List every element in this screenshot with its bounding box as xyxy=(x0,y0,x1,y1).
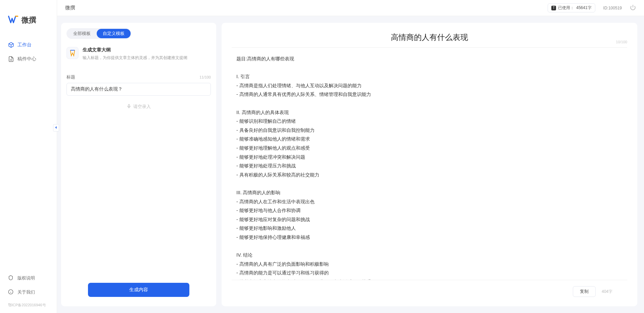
template-tabs: 全部模板 自定义模板 xyxy=(66,28,131,39)
result-header: 高情商的人有什么表现 10/100 xyxy=(232,23,627,48)
sidebar-footer: 版权说明 关于我们 xyxy=(0,272,57,300)
tab-all-templates[interactable]: 全部模板 xyxy=(67,29,97,38)
voice-input-button[interactable]: 请空录入 xyxy=(66,104,211,110)
topbar: 微撰 T 已使用：45641字 ID:100519 xyxy=(57,0,644,16)
sidebar-collapse-button[interactable] xyxy=(53,124,59,132)
icp-text: 鄂ICP备2022016946号 xyxy=(0,300,57,308)
doc-icon xyxy=(8,56,14,62)
nav-item-about[interactable]: 关于我们 xyxy=(4,286,53,299)
shield-icon xyxy=(8,275,14,281)
title-label: 标题 xyxy=(66,74,75,80)
template-card: 生成文章大纲 输入标题，为你提供文章主体的灵感，并为其创建推文提纲 xyxy=(61,43,216,66)
logo-text: 微撰 xyxy=(21,15,36,25)
template-title: 生成文章大纲 xyxy=(83,47,187,53)
nav-item-workspace[interactable]: 工作台 xyxy=(4,39,53,51)
cube-icon xyxy=(8,42,14,48)
result-footer: 复制 404字 xyxy=(232,280,627,306)
output-panel: 高情商的人有什么表现 10/100 题目:高情商的人有哪些表现 I. 引言 - … xyxy=(222,23,637,306)
mic-icon xyxy=(127,104,131,110)
nav-item-label: 工作台 xyxy=(17,42,32,48)
title-char-count: 11/100 xyxy=(199,75,211,79)
nav-item-label: 关于我们 xyxy=(17,289,35,295)
title-input[interactable] xyxy=(66,83,211,96)
nav-item-label: 版权说明 xyxy=(17,275,35,281)
generate-button[interactable]: 生成内容 xyxy=(88,283,189,297)
usage-value: 45641字 xyxy=(576,5,591,11)
usage-label: 已使用： xyxy=(558,5,574,11)
logo: 微撰 xyxy=(0,15,57,39)
nav-list: 工作台 稿件中心 xyxy=(0,39,57,272)
tab-custom-templates[interactable]: 自定义模板 xyxy=(97,29,131,38)
svg-rect-1 xyxy=(128,104,130,107)
power-icon[interactable] xyxy=(630,4,636,11)
nav-item-drafts[interactable]: 稿件中心 xyxy=(4,53,53,65)
user-id: ID:100519 xyxy=(603,6,622,10)
usage-badge[interactable]: T 已使用：45641字 xyxy=(548,3,595,12)
template-icon xyxy=(66,47,79,59)
copy-button[interactable]: 复制 xyxy=(573,286,596,297)
nav-item-copyright[interactable]: 版权说明 xyxy=(4,272,53,284)
result-title: 高情商的人有什么表现 xyxy=(245,32,614,43)
logo-icon xyxy=(8,15,19,25)
input-panel: 全部模板 自定义模板 生成文章大纲 输入标题，为你提供文章主体的灵感，并为其创建… xyxy=(61,23,216,306)
content: 全部模板 自定义模板 生成文章大纲 输入标题，为你提供文章主体的灵感，并为其创建… xyxy=(57,16,644,313)
template-desc: 输入标题，为你提供文章主体的灵感，并为其创建推文提纲 xyxy=(83,55,187,61)
nav-item-label: 稿件中心 xyxy=(17,56,36,62)
text-badge-icon: T xyxy=(551,6,556,10)
chevron-left-icon xyxy=(54,125,58,131)
main: 微撰 T 已使用：45641字 ID:100519 全部模板 自定义模板 xyxy=(57,0,644,313)
sidebar: 微撰 工作台 稿件中心 版权说明 xyxy=(0,0,57,313)
info-icon xyxy=(8,289,14,295)
result-body: 题目:高情商的人有哪些表现 I. 引言 - 高情商是指人们处理情绪、与他人互动以… xyxy=(222,48,637,280)
word-count: 404字 xyxy=(602,289,612,295)
voice-hint-label: 请空录入 xyxy=(133,104,151,110)
page-title: 微撰 xyxy=(65,5,75,11)
heading-char-count: 10/100 xyxy=(616,40,627,44)
